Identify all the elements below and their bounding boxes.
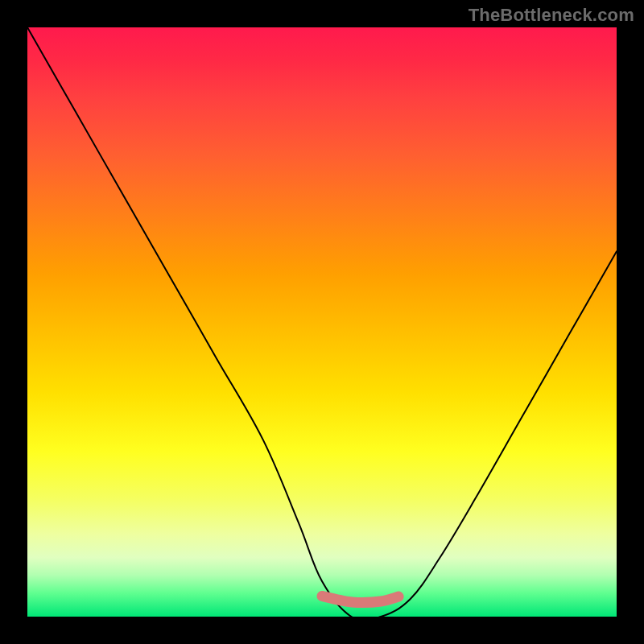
bottleneck-curve-path <box>27 27 617 617</box>
watermark-text: TheBottleneck.com <box>469 5 634 26</box>
chart-svg <box>27 27 617 617</box>
plot-area <box>27 27 617 617</box>
chart-frame: TheBottleneck.com <box>0 0 644 644</box>
optimal-zone-marker <box>322 596 398 602</box>
